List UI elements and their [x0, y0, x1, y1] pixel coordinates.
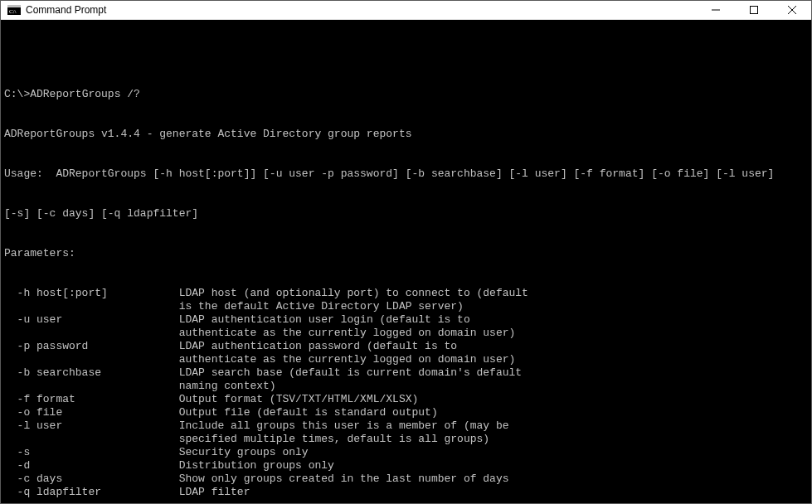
param-desc: Show only groups created in the last num… — [179, 472, 509, 485]
param-row: -f format Output format (TSV/TXT/HTML/XM… — [4, 393, 808, 406]
param-desc: LDAP filter — [179, 486, 250, 498]
param-row: -s Security groups only — [4, 446, 808, 459]
param-row: -l user Include all groups this user is … — [4, 419, 808, 433]
param-row-cont: authenticate as the currently logged on … — [4, 353, 808, 366]
param-desc: LDAP host (and optionally port) to conne… — [179, 287, 528, 299]
usage-line-2: [-s] [-c days] [-q ldapfilter] — [4, 207, 808, 220]
param-flag: -c days — [4, 472, 179, 485]
param-flag: -b searchbase — [4, 366, 179, 379]
param-row: -c days Show only groups created in the … — [4, 472, 808, 486]
command-prompt-window: C:\ Command Prompt C:\>ADReportGroups /?… — [0, 0, 812, 504]
param-desc: authenticate as the currently logged on … — [179, 353, 516, 366]
param-desc: specified multiple times, default is all… — [179, 433, 489, 445]
param-flag-pad — [4, 300, 179, 313]
param-row: -q ldapfilter LDAP filter — [4, 486, 808, 499]
param-desc: LDAP authentication user login (default … — [179, 313, 470, 326]
titlebar[interactable]: C:\ Command Prompt — [1, 1, 811, 20]
param-flag-pad — [4, 380, 179, 392]
param-desc: is the default Active Directory LDAP ser… — [179, 300, 464, 313]
param-flag-pad — [4, 353, 179, 366]
param-desc: naming context) — [179, 380, 276, 392]
prompt-text: C:\> — [4, 88, 30, 100]
param-desc: LDAP search base (default is current dom… — [179, 366, 522, 379]
svg-rect-5 — [751, 7, 758, 14]
command-text: ADReportGroups /? — [30, 88, 140, 100]
param-flag: -s — [4, 446, 179, 458]
param-flag: -u user — [4, 313, 179, 326]
parameters-label: Parameters: — [4, 247, 808, 260]
param-flag: -o file — [4, 406, 179, 419]
usage-line: Usage: ADReportGroups [-h host[:port]] [… — [4, 167, 808, 181]
param-row-cont: naming context) — [4, 380, 808, 393]
param-desc: authenticate as the currently logged on … — [179, 327, 516, 339]
param-row: -o file Output file (default is standard… — [4, 406, 808, 419]
minimize-button[interactable] — [697, 1, 735, 19]
parameters-list: -h host[:port] LDAP host (and optionally… — [4, 287, 808, 499]
terminal-output[interactable]: C:\>ADReportGroups /? ADReportGroups v1.… — [1, 20, 811, 503]
param-flag: -h host[:port] — [4, 287, 179, 299]
param-flag: -f format — [4, 393, 179, 405]
param-flag-pad — [4, 327, 179, 339]
param-flag: -d — [4, 459, 179, 472]
param-desc: Output format (TSV/TXT/HTML/XML/XLSX) — [179, 393, 419, 405]
param-flag-pad — [4, 433, 179, 445]
param-desc: Include all groups this user is a member… — [179, 419, 509, 432]
svg-rect-1 — [7, 5, 21, 7]
cmd-icon: C:\ — [7, 3, 21, 17]
version-line: ADReportGroups v1.4.4 - generate Active … — [4, 128, 808, 141]
param-row: -b searchbase LDAP search base (default … — [4, 366, 808, 380]
param-row-cont: is the default Active Directory LDAP ser… — [4, 300, 808, 313]
param-desc: LDAP authentication password (default is… — [179, 340, 457, 352]
param-desc: Security groups only — [179, 446, 309, 458]
window-title: Command Prompt — [26, 4, 106, 16]
prompt-line: C:\>ADReportGroups /? — [4, 88, 808, 101]
param-row: -u user LDAP authentication user login (… — [4, 313, 808, 327]
window-controls — [697, 1, 811, 19]
param-desc: Distribution groups only — [179, 459, 334, 472]
svg-text:C:\: C:\ — [9, 8, 17, 15]
param-row-cont: specified multiple times, default is all… — [4, 433, 808, 446]
close-button[interactable] — [773, 1, 811, 19]
param-row-cont: authenticate as the currently logged on … — [4, 327, 808, 340]
param-row: -p password LDAP authentication password… — [4, 340, 808, 353]
param-flag: -q ldapfilter — [4, 486, 179, 498]
param-flag: -p password — [4, 340, 179, 352]
param-flag: -l user — [4, 419, 179, 432]
param-row: -d Distribution groups only — [4, 459, 808, 472]
maximize-button[interactable] — [735, 1, 773, 19]
param-row: -h host[:port] LDAP host (and optionally… — [4, 287, 808, 300]
param-desc: Output file (default is standard output) — [179, 406, 438, 419]
